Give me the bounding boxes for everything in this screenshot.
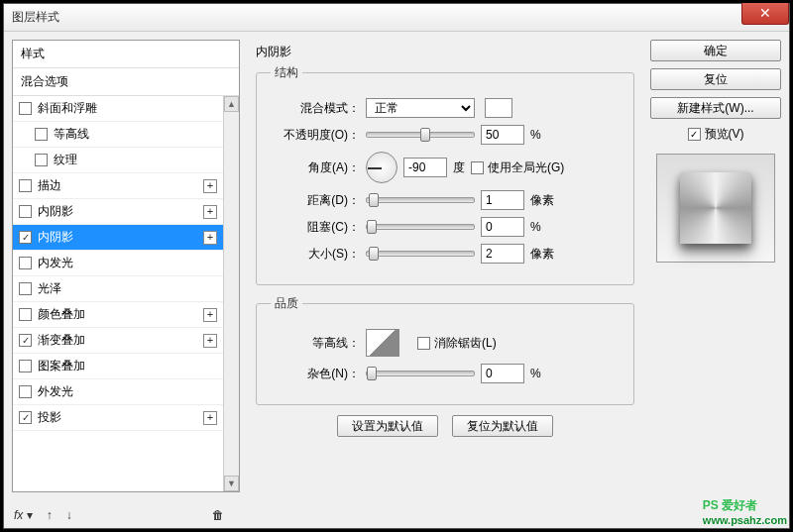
- checkbox-icon[interactable]: [19, 360, 32, 372]
- ok-button[interactable]: 确定: [650, 40, 781, 61]
- preview-checkbox[interactable]: ✓预览(V): [688, 126, 744, 143]
- size-label: 大小(S)：: [271, 246, 360, 263]
- noise-unit: %: [530, 367, 541, 380]
- fx-menu[interactable]: fx ▾: [14, 508, 33, 522]
- size-slider[interactable]: [366, 251, 475, 257]
- sidebar-header: 样式: [13, 41, 239, 68]
- opacity-label: 不透明度(O)：: [271, 127, 360, 144]
- checkbox-icon[interactable]: [19, 257, 32, 269]
- styles-sidebar: 样式 混合选项 斜面和浮雕等高线纹理描边+内阴影+✓内阴影+内发光光泽颜色叠加+…: [12, 40, 240, 492]
- choke-unit: %: [530, 220, 541, 234]
- add-effect-icon[interactable]: +: [203, 231, 217, 245]
- sidebar-item-4[interactable]: 内阴影+: [13, 199, 223, 225]
- opacity-input[interactable]: [481, 125, 524, 145]
- noise-input[interactable]: [481, 364, 524, 383]
- move-up-icon[interactable]: ↑: [47, 508, 53, 522]
- structure-group: 结构 混合模式： 正常 不透明度(O)： % 角度(A)： 度: [256, 64, 634, 285]
- checkbox-icon[interactable]: [19, 308, 32, 321]
- distance-label: 距离(D)：: [271, 192, 360, 209]
- make-default-button[interactable]: 设置为默认值: [337, 415, 438, 437]
- sidebar-item-label: 内阴影: [38, 229, 73, 246]
- sidebar-item-label: 图案叠加: [38, 358, 85, 374]
- sidebar-item-label: 描边: [38, 177, 61, 194]
- contour-picker[interactable]: [366, 329, 399, 357]
- main-panel: 内阴影 结构 混合模式： 正常 不透明度(O)： % 角度(A)：: [248, 40, 642, 492]
- structure-legend: 结构: [271, 64, 302, 81]
- sidebar-item-0[interactable]: 斜面和浮雕: [13, 96, 223, 122]
- checkbox-icon[interactable]: [35, 154, 48, 166]
- add-effect-icon[interactable]: +: [203, 179, 217, 193]
- angle-input[interactable]: [403, 158, 447, 177]
- sidebar-item-9[interactable]: ✓渐变叠加+: [13, 328, 223, 354]
- sidebar-item-7[interactable]: 光泽: [13, 276, 223, 302]
- sidebar-item-6[interactable]: 内发光: [13, 251, 223, 276]
- antialias-checkbox[interactable]: 消除锯齿(L): [417, 335, 497, 352]
- preview-thumbnail: [656, 154, 775, 263]
- checkbox-icon[interactable]: [19, 179, 32, 192]
- sidebar-item-label: 渐变叠加: [38, 332, 85, 349]
- opacity-slider[interactable]: [366, 132, 475, 138]
- sidebar-item-10[interactable]: 图案叠加: [13, 354, 223, 379]
- sidebar-item-3[interactable]: 描边+: [13, 173, 223, 199]
- sidebar-item-12[interactable]: ✓投影+: [13, 405, 223, 431]
- checkbox-icon[interactable]: [19, 205, 32, 218]
- new-style-button[interactable]: 新建样式(W)...: [650, 97, 781, 119]
- blending-options[interactable]: 混合选项: [13, 68, 239, 96]
- noise-slider[interactable]: [366, 371, 475, 376]
- checkbox-icon[interactable]: [19, 282, 32, 295]
- checkbox-icon[interactable]: [19, 385, 32, 398]
- trash-icon[interactable]: 🗑: [212, 508, 224, 522]
- sidebar-item-label: 纹理: [54, 152, 77, 168]
- scroll-up-icon[interactable]: ▲: [224, 96, 239, 112]
- blend-mode-label: 混合模式：: [271, 100, 360, 117]
- cancel-button[interactable]: 复位: [650, 68, 781, 90]
- right-column: 确定 复位 新建样式(W)... ✓预览(V): [650, 40, 781, 492]
- sidebar-item-label: 内发光: [38, 255, 73, 271]
- shadow-color-swatch[interactable]: [485, 98, 512, 118]
- scroll-down-icon[interactable]: ▼: [224, 476, 239, 491]
- size-unit: 像素: [530, 246, 554, 263]
- titlebar: 图层样式 ✕: [4, 4, 789, 32]
- add-effect-icon[interactable]: +: [203, 308, 217, 322]
- opacity-unit: %: [530, 128, 541, 142]
- move-down-icon[interactable]: ↓: [66, 508, 72, 522]
- sidebar-item-label: 光泽: [38, 280, 61, 297]
- checkbox-icon[interactable]: ✓: [19, 334, 32, 347]
- checkbox-icon[interactable]: ✓: [19, 231, 32, 244]
- close-button[interactable]: ✕: [741, 3, 789, 25]
- quality-legend: 品质: [271, 295, 302, 312]
- sidebar-item-8[interactable]: 颜色叠加+: [13, 302, 223, 328]
- quality-group: 品质 等高线： 消除锯齿(L) 杂色(N)： %: [256, 295, 634, 405]
- sidebar-item-2[interactable]: 纹理: [13, 148, 223, 173]
- noise-label: 杂色(N)：: [271, 366, 360, 382]
- add-effect-icon[interactable]: +: [203, 334, 217, 348]
- reset-default-button[interactable]: 复位为默认值: [452, 415, 553, 437]
- angle-dial[interactable]: [366, 152, 397, 183]
- watermark: PS 爱好者 www.psahz.com: [703, 491, 787, 526]
- angle-label: 角度(A)：: [271, 160, 360, 176]
- blend-mode-select[interactable]: 正常: [366, 98, 475, 118]
- checkbox-icon[interactable]: ✓: [19, 411, 32, 424]
- checkbox-icon[interactable]: [19, 102, 32, 115]
- sidebar-item-label: 颜色叠加: [38, 306, 85, 323]
- choke-slider[interactable]: [366, 224, 475, 230]
- sidebar-item-label: 外发光: [38, 383, 73, 400]
- global-light-checkbox[interactable]: 使用全局光(G): [471, 160, 564, 176]
- choke-input[interactable]: [481, 217, 524, 237]
- window-title: 图层样式: [12, 9, 59, 26]
- sidebar-item-5[interactable]: ✓内阴影+: [13, 225, 223, 251]
- sidebar-item-11[interactable]: 外发光: [13, 379, 223, 405]
- sidebar-item-1[interactable]: 等高线: [13, 122, 223, 148]
- sidebar-footer: fx ▾ ↑ ↓ 🗑: [14, 508, 779, 522]
- sidebar-item-label: 斜面和浮雕: [38, 100, 97, 117]
- layer-style-dialog: 图层样式 ✕ 样式 混合选项 斜面和浮雕等高线纹理描边+内阴影+✓内阴影+内发光…: [3, 3, 790, 529]
- distance-unit: 像素: [530, 192, 554, 209]
- distance-input[interactable]: [481, 190, 524, 210]
- distance-slider[interactable]: [366, 197, 475, 203]
- choke-label: 阻塞(C)：: [271, 219, 360, 236]
- sidebar-scrollbar[interactable]: ▲ ▼: [223, 96, 239, 491]
- add-effect-icon[interactable]: +: [203, 411, 217, 425]
- size-input[interactable]: [481, 244, 524, 264]
- add-effect-icon[interactable]: +: [203, 205, 217, 219]
- checkbox-icon[interactable]: [35, 128, 48, 141]
